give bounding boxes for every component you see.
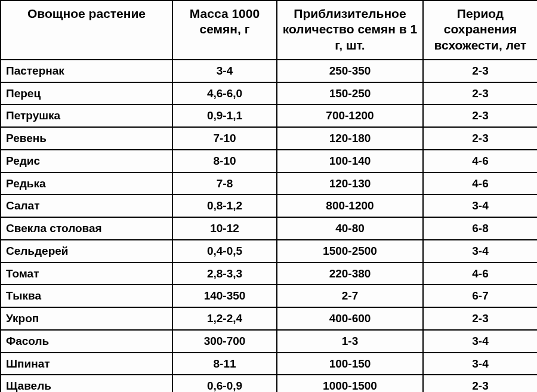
cell-mass: 7-8 (172, 172, 277, 195)
table-row: Редька7-8120-1304-6 (1, 172, 537, 195)
cell-plant: Тыква (1, 285, 172, 307)
cell-plant: Салат (1, 195, 172, 217)
cell-count: 120-180 (277, 127, 423, 150)
cell-count: 1-3 (277, 330, 423, 353)
cell-plant: Петрушка (1, 104, 172, 127)
col-mass: Масса 1000 семян, г (172, 1, 277, 60)
cell-period: 3-4 (423, 195, 537, 217)
table-row: Салат0,8-1,2800-12003-4 (1, 195, 537, 217)
cell-count: 220-380 (277, 263, 423, 285)
cell-plant: Шпинат (1, 353, 172, 375)
table-header-row: Овощное растение Масса 1000 семян, г При… (1, 1, 537, 60)
cell-count: 800-1200 (277, 195, 423, 217)
cell-mass: 7-10 (172, 127, 277, 150)
cell-period: 4-6 (423, 263, 537, 285)
cell-plant: Фасоль (1, 330, 172, 353)
cell-mass: 8-10 (172, 150, 277, 172)
cell-plant: Пастернак (1, 60, 172, 82)
cell-count: 250-350 (277, 60, 423, 82)
col-plant: Овощное растение (1, 1, 172, 60)
cell-mass: 0,4-0,5 (172, 240, 277, 263)
table-row: Тыква140-3502-76-7 (1, 285, 537, 307)
cell-count: 1500-2500 (277, 240, 423, 263)
table-row: Томат2,8-3,3220-3804-6 (1, 263, 537, 285)
seeds-table: Овощное растение Масса 1000 семян, г При… (0, 0, 537, 392)
cell-mass: 0,8-1,2 (172, 195, 277, 217)
cell-plant: Ревень (1, 127, 172, 150)
cell-period: 3-4 (423, 240, 537, 263)
cell-plant: Редис (1, 150, 172, 172)
table-row: Перец4,6-6,0150-2502-3 (1, 82, 537, 105)
table-row: Свекла столовая10-1240-806-8 (1, 217, 537, 240)
cell-plant: Перец (1, 82, 172, 105)
table-row: Шпинат8-11100-1503-4 (1, 353, 537, 375)
cell-period: 2-3 (423, 82, 537, 105)
cell-count: 40-80 (277, 217, 423, 240)
cell-count: 150-250 (277, 82, 423, 105)
cell-plant: Укроп (1, 307, 172, 330)
table-row: Петрушка0,9-1,1700-12002-3 (1, 104, 537, 127)
cell-count: 400-600 (277, 307, 423, 330)
cell-mass: 2,8-3,3 (172, 263, 277, 285)
cell-period: 6-7 (423, 285, 537, 307)
cell-period: 3-4 (423, 330, 537, 353)
table-row: Щавель0,6-0,91000-15002-3 (1, 375, 537, 392)
cell-mass: 3-4 (172, 60, 277, 82)
col-count: Приблизительное количество семян в 1 г, … (277, 1, 423, 60)
cell-count: 700-1200 (277, 104, 423, 127)
cell-period: 6-8 (423, 217, 537, 240)
col-period: Период сохранения всхожести, лет (423, 1, 537, 60)
cell-period: 4-6 (423, 172, 537, 195)
cell-mass: 140-350 (172, 285, 277, 307)
cell-count: 2-7 (277, 285, 423, 307)
cell-mass: 10-12 (172, 217, 277, 240)
cell-mass: 1,2-2,4 (172, 307, 277, 330)
table-row: Укроп1,2-2,4400-6002-3 (1, 307, 537, 330)
cell-plant: Томат (1, 263, 172, 285)
cell-plant: Свекла столовая (1, 217, 172, 240)
table-row: Фасоль300-7001-33-4 (1, 330, 537, 353)
cell-period: 4-6 (423, 150, 537, 172)
cell-period: 3-4 (423, 353, 537, 375)
cell-plant: Сельдерей (1, 240, 172, 263)
cell-period: 2-3 (423, 104, 537, 127)
table-row: Сельдерей0,4-0,51500-25003-4 (1, 240, 537, 263)
cell-period: 2-3 (423, 375, 537, 392)
cell-plant: Щавель (1, 375, 172, 392)
cell-mass: 0,9-1,1 (172, 104, 277, 127)
table-row: Пастернак3-4250-3502-3 (1, 60, 537, 82)
cell-count: 100-150 (277, 353, 423, 375)
cell-count: 1000-1500 (277, 375, 423, 392)
cell-mass: 8-11 (172, 353, 277, 375)
cell-plant: Редька (1, 172, 172, 195)
cell-count: 100-140 (277, 150, 423, 172)
cell-period: 2-3 (423, 307, 537, 330)
cell-period: 2-3 (423, 60, 537, 82)
table-row: Редис8-10100-1404-6 (1, 150, 537, 172)
cell-count: 120-130 (277, 172, 423, 195)
table-row: Ревень7-10120-1802-3 (1, 127, 537, 150)
cell-mass: 0,6-0,9 (172, 375, 277, 392)
cell-mass: 300-700 (172, 330, 277, 353)
cell-mass: 4,6-6,0 (172, 82, 277, 105)
cell-period: 2-3 (423, 127, 537, 150)
